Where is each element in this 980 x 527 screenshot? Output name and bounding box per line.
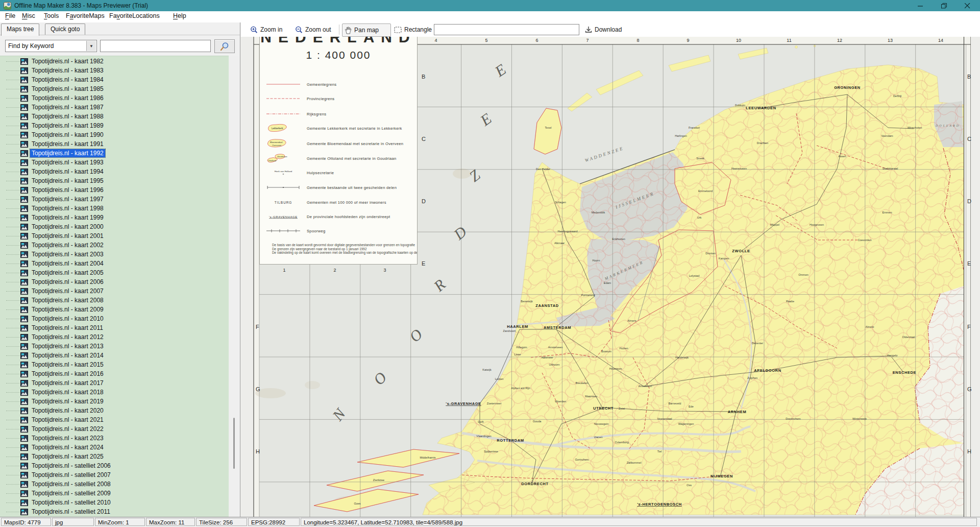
legend-item: Gemeente bestaande uit twee gescheiden d… — [260, 182, 417, 193]
tree-item[interactable]: Topotijdreis.nl - kaart 2023 — [0, 434, 105, 443]
menu-help[interactable]: Help — [173, 12, 186, 19]
menu-favoritemaps[interactable]: FavoriteMaps — [66, 12, 105, 19]
tree-item[interactable]: Topotijdreis.nl - kaart 1999 — [0, 213, 105, 222]
scrollbar-thumb[interactable] — [233, 418, 235, 469]
tree-item[interactable]: Topotijdreis.nl - kaart 2024 — [0, 443, 105, 452]
tree-item[interactable]: Topotijdreis.nl - satelliet 2009 — [0, 489, 112, 498]
tree-item[interactable]: Topotijdreis.nl - kaart 1995 — [0, 176, 105, 185]
tree-item[interactable]: Topotijdreis.nl - satelliet 2011 — [0, 507, 112, 516]
tree-item[interactable]: Topotijdreis.nl - kaart 2018 — [0, 388, 105, 397]
zoom-out-button[interactable]: Zoom out — [293, 23, 333, 36]
tree-item[interactable]: Topotijdreis.nl - kaart 2019 — [0, 397, 105, 406]
tree-item[interactable]: Topotijdreis.nl - satelliet 2010 — [0, 498, 112, 507]
search-button[interactable] — [214, 39, 235, 53]
restore-button[interactable] — [932, 0, 955, 11]
grid-col-number: 8 — [636, 38, 639, 43]
tree-connector — [6, 135, 19, 135]
menu-file[interactable]: File — [5, 12, 15, 19]
tree-item[interactable]: Topotijdreis.nl - kaart 1997 — [0, 195, 105, 204]
tree-item[interactable]: Topotijdreis.nl - kaart 2009 — [0, 305, 105, 314]
tree-item[interactable]: Topotijdreis.nl - kaart 2007 — [0, 286, 105, 296]
tree-item[interactable]: Topotijdreis.nl - kaart 2010 — [0, 314, 105, 323]
download-label: Download — [595, 26, 622, 33]
city-label: AMSTERDAM — [544, 325, 571, 330]
status-panel: MapsID: 4779 — [1, 518, 51, 526]
tree-item-label: Topotijdreis.nl - kaart 1983 — [30, 66, 105, 75]
tree-item[interactable]: Topotijdreis.nl - kaart 2003 — [0, 250, 105, 259]
tree-item[interactable]: Topotijdreis.nl - kaart 2016 — [0, 369, 105, 378]
legend-item: LekkerkerkGemeente Lekkerkerk met secret… — [260, 123, 417, 133]
tree-item[interactable]: Topotijdreis.nl - kaart 1993 — [0, 158, 105, 167]
tree-item[interactable]: Topotijdreis.nl - kaart 1998 — [0, 204, 105, 213]
pan-map-button[interactable]: Pan map — [342, 23, 391, 37]
town-label: Heerhugowaard — [557, 230, 577, 233]
tree-item[interactable]: Topotijdreis.nl - kaart 1994 — [0, 167, 105, 176]
city-label: ZWOLLE — [732, 249, 750, 253]
tree-item[interactable]: Topotijdreis.nl - kaart 1996 — [0, 185, 105, 195]
town-label: Ommen — [798, 273, 808, 276]
tree-item[interactable]: Topotijdreis.nl - kaart 1992 — [0, 149, 105, 158]
tree-item[interactable]: Topotijdreis.nl - kaart 1984 — [0, 75, 105, 84]
search-input[interactable] — [100, 40, 211, 52]
zoom-in-button[interactable]: Zoom in — [248, 23, 284, 36]
map-layer-icon — [20, 113, 28, 120]
tree-item[interactable]: Topotijdreis.nl - kaart 2012 — [0, 332, 105, 342]
town-label: Uithoorn — [549, 363, 560, 366]
tree-item[interactable]: Topotijdreis.nl - kaart 2000 — [0, 222, 105, 231]
tree-item[interactable]: Topotijdreis.nl - kaart 1988 — [0, 112, 105, 121]
tab-quick-goto[interactable]: Quick goto — [45, 23, 85, 35]
tree-item[interactable]: Topotijdreis.nl - satelliet 2006 — [0, 461, 112, 470]
tree-item[interactable]: Topotijdreis.nl - satelliet 2008 — [0, 480, 112, 489]
city-label: ROTTERDAM — [497, 438, 524, 443]
menu-misc[interactable]: Misc — [22, 12, 35, 19]
tree-connector — [6, 236, 19, 236]
tree-item[interactable]: Topotijdreis.nl - kaart 2014 — [0, 351, 105, 360]
tree-item[interactable]: Topotijdreis.nl - kaart 1986 — [0, 93, 105, 103]
tree-item[interactable]: Topotijdreis.nl - kaart 1982 — [0, 57, 105, 66]
download-button[interactable]: Download — [583, 23, 624, 36]
town-label: Veendam — [881, 134, 893, 137]
tree-item[interactable]: Topotijdreis.nl - kaart 1987 — [0, 103, 105, 112]
tree-item[interactable]: Topotijdreis.nl - kaart 2011 — [0, 323, 105, 332]
tree-vertical-scrollbar[interactable] — [229, 56, 239, 517]
tree-item[interactable]: Topotijdreis.nl - kaart 2020 — [0, 406, 105, 415]
tree-item[interactable]: Topotijdreis.nl - kaart 1983 — [0, 66, 105, 75]
tree-item[interactable]: Topotijdreis.nl - kaart 2001 — [0, 231, 105, 241]
tree-item[interactable]: Topotijdreis.nl - kaart 2025 — [0, 452, 105, 461]
legend-item-label: Hulpsecretarie — [307, 171, 334, 175]
tree-item[interactable]: Topotijdreis.nl - kaart 1989 — [0, 121, 105, 130]
chevron-down-icon[interactable]: ▼ — [86, 41, 96, 51]
tree-connector — [6, 107, 19, 108]
tree-item[interactable]: Topotijdreis.nl - kaart 2005 — [0, 268, 105, 277]
menu-favoritelocations[interactable]: FavoriteLocations — [109, 12, 160, 19]
download-path-input[interactable] — [434, 24, 579, 35]
tree-connector — [6, 227, 19, 227]
rectangle-button[interactable]: Rectangle — [392, 23, 434, 36]
app-icon — [4, 2, 11, 10]
map-viewport[interactable]: BBCCDDEEFFGGHH1234567891011121314NOORDZE… — [240, 37, 980, 517]
tree-item-label: Topotijdreis.nl - kaart 2001 — [30, 232, 105, 240]
town-label: Breukelen — [576, 381, 589, 385]
tab-maps-tree[interactable]: Maps tree — [1, 23, 39, 36]
map-layer-icon — [20, 371, 28, 377]
close-button[interactable] — [955, 0, 979, 11]
tree-item[interactable]: Topotijdreis.nl - kaart 2002 — [0, 241, 105, 250]
tree-item[interactable]: Topotijdreis.nl - kaart 2008 — [0, 296, 105, 305]
tree-item[interactable]: Topotijdreis.nl - kaart 1985 — [0, 84, 105, 93]
find-mode-select[interactable]: Find by Keyword ▼ — [5, 40, 97, 52]
tree-item[interactable]: Topotijdreis.nl - kaart 2006 — [0, 277, 105, 286]
tree-item[interactable]: Topotijdreis.nl - kaart 2022 — [0, 424, 105, 434]
tree-item[interactable]: Topotijdreis.nl - kaart 2015 — [0, 360, 105, 369]
tree-item[interactable]: Topotijdreis.nl - kaart 1991 — [0, 139, 105, 149]
tree-item[interactable]: Topotijdreis.nl - kaart 2004 — [0, 259, 105, 268]
grid-col-number: 13 — [888, 38, 893, 43]
tree-item[interactable]: Topotijdreis.nl - kaart 1990 — [0, 130, 105, 139]
tree-item[interactable]: Topotijdreis.nl - kaart 2021 — [0, 415, 105, 424]
tree-connector — [6, 144, 19, 145]
minimize-button[interactable] — [909, 0, 932, 11]
menu-tools[interactable]: Tools — [44, 12, 59, 19]
tree-item[interactable]: Topotijdreis.nl - kaart 2017 — [0, 378, 105, 388]
city-label: NIJMEGEN — [710, 474, 733, 478]
tree-item[interactable]: Topotijdreis.nl - kaart 2013 — [0, 342, 105, 351]
tree-item[interactable]: Topotijdreis.nl - satelliet 2007 — [0, 470, 112, 480]
